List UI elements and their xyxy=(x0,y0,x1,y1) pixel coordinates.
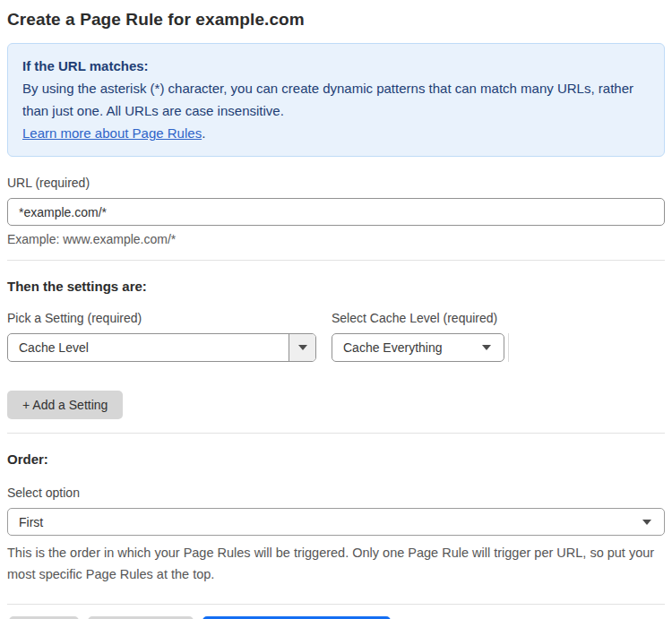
order-select-value: First xyxy=(19,515,43,529)
chevron-down-icon xyxy=(642,520,651,525)
order-heading: Order: xyxy=(7,451,665,467)
setting-group-divider xyxy=(508,333,509,362)
learn-more-link[interactable]: Learn more about Page Rules xyxy=(22,125,202,141)
page-title: Create a Page Rule for example.com xyxy=(7,10,665,30)
url-field-label: URL (required) xyxy=(7,176,665,190)
section-divider xyxy=(7,260,665,261)
footer-divider xyxy=(7,604,665,605)
cache-level-select[interactable]: Cache Everything xyxy=(332,333,504,362)
info-box-link-line: Learn more about Page Rules. xyxy=(22,122,650,144)
setting-picker-column: Pick a Setting (required) Cache Level xyxy=(7,294,316,362)
chevron-down-icon xyxy=(298,345,307,350)
info-box-heading: If the URL matches: xyxy=(22,55,650,77)
settings-heading: Then the settings are: xyxy=(7,279,665,294)
setting-picker-label: Pick a Setting (required) xyxy=(7,311,316,325)
order-select-label: Select option xyxy=(7,486,665,500)
settings-row: Pick a Setting (required) Cache Level Se… xyxy=(7,294,665,362)
setting-select-value: Cache Level xyxy=(8,334,289,361)
link-period: . xyxy=(202,125,205,141)
cache-select-arrow xyxy=(482,334,504,361)
order-help-text: This is the order in which your Page Rul… xyxy=(7,542,665,585)
cache-level-label: Select Cache Level (required) xyxy=(332,311,509,325)
cache-level-select-wrap: Cache Everything xyxy=(332,333,509,362)
page-rule-form: Create a Page Rule for example.com If th… xyxy=(0,0,672,619)
cache-level-column: Select Cache Level (required) Cache Ever… xyxy=(332,294,509,362)
order-select[interactable]: First xyxy=(7,508,665,536)
setting-select-arrow-button[interactable] xyxy=(289,334,315,361)
url-input[interactable] xyxy=(7,198,665,226)
chevron-down-icon xyxy=(482,345,491,350)
cache-level-select-value: Cache Everything xyxy=(332,334,482,361)
add-setting-button[interactable]: + Add a Setting xyxy=(7,391,123,419)
setting-select[interactable]: Cache Level xyxy=(7,333,316,362)
order-section-divider xyxy=(7,433,665,434)
info-box-body: By using the asterisk (*) character, you… xyxy=(22,77,650,122)
url-match-info-box: If the URL matches: By using the asteris… xyxy=(7,43,665,157)
url-example-text: Example: www.example.com/* xyxy=(7,232,665,246)
